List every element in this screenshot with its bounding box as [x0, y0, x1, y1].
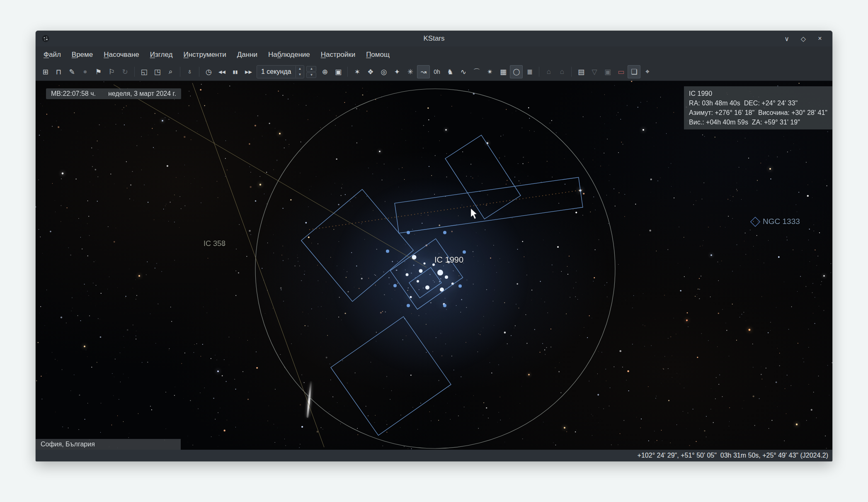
toggle-stars-icon[interactable]: ✶ — [351, 65, 364, 78]
window-controls: ∨◇× — [781, 33, 832, 44]
track-object-icon[interactable]: ⊕ — [318, 65, 331, 78]
dome-icon: ⌂ — [542, 65, 555, 78]
menu-item-инструменти[interactable]: Инструменти — [178, 48, 232, 61]
toolbar-separator — [347, 67, 348, 77]
menu-item-настройки[interactable]: Настройки — [315, 48, 361, 61]
timestep-combobox[interactable]: 1 секунда▲▼ — [257, 65, 304, 78]
filter-icon: ▽ — [588, 65, 601, 78]
maximize-window-button[interactable]: ◇ — [798, 33, 809, 44]
toggle-milky-way-icon[interactable]: ✴ — [483, 65, 496, 78]
title-bar[interactable]: KStars ∨◇× — [36, 31, 832, 46]
details-panel-icon[interactable]: ⊞ — [39, 65, 52, 78]
menu-bar: ФайлВремеНасочванеИзгледИнструментиДанни… — [36, 46, 832, 63]
unit-up-button[interactable]: ▲ — [306, 66, 316, 72]
window-title: KStars — [36, 34, 832, 43]
color-scheme-icon[interactable]: ✎ — [65, 65, 78, 78]
info-object-name: IC 1990 — [689, 89, 827, 98]
menu-item-данни[interactable]: Данни — [232, 48, 263, 61]
sky-object-label-ngc-1333[interactable]: NGC 1333 — [763, 217, 800, 226]
sky-object-label-ic-1990[interactable]: IC 1990 — [434, 255, 463, 265]
flag-alt-icon[interactable]: ⚐ — [105, 65, 118, 78]
shade-window-button[interactable]: ∨ — [781, 33, 793, 44]
lock-icon[interactable]: ⊓ — [52, 65, 65, 78]
toggle-comets-icon[interactable]: ✦ — [390, 65, 403, 78]
toolbar-separator — [134, 67, 135, 77]
menu-item-помощ[interactable]: Помощ — [361, 48, 395, 61]
app-icon — [41, 34, 50, 43]
toggle-hour-angle-icon[interactable]: 0h — [430, 65, 443, 78]
toggle-asteroids-icon[interactable]: ✳ — [404, 65, 417, 78]
object-info-box: IC 1990 RA: 03h 48m 40s DEC: +24° 24' 33… — [684, 86, 832, 129]
info-ra-dec: RA: 03h 48m 40s DEC: +24° 24' 33" — [689, 98, 827, 108]
toolbar-separator — [539, 67, 539, 77]
toolbar-separator — [180, 67, 180, 77]
find-object-icon[interactable]: ⌕ — [164, 65, 177, 78]
fits-viewer-icon: ▭ — [614, 65, 627, 78]
whats-up-tonight-icon[interactable]: ≣ — [523, 65, 536, 78]
menu-item-изглед[interactable]: Изглед — [145, 48, 178, 61]
spin-down-icon[interactable]: ▼ — [296, 72, 304, 78]
timestep-value: 1 секунда — [257, 68, 296, 76]
info-ha-za: Вис.: +04h 40m 59s ZA: +59° 31' 19" — [689, 117, 827, 127]
toggle-grid-icon[interactable]: ▦ — [497, 65, 509, 78]
location-text: София, България — [41, 441, 95, 448]
toggle-constellation-lines-icon[interactable]: ∿ — [457, 65, 470, 78]
sky-image-icon[interactable]: ▣ — [332, 65, 344, 78]
zoom-in-icon[interactable]: ◱ — [138, 65, 150, 78]
pause-icon[interactable]: ▮▮ — [229, 65, 242, 78]
menu-item-време[interactable]: Време — [66, 48, 98, 61]
center-telescope-icon[interactable]: ⌖ — [641, 65, 654, 78]
status-bar: +102° 24' 29", +51° 50' 05" 03h 31m 50s,… — [36, 450, 832, 461]
toolbar-separator — [199, 67, 199, 77]
fov-symbol-icon[interactable]: ❏ — [628, 65, 640, 78]
set-time-icon[interactable]: ◷ — [202, 65, 215, 78]
step-forward-icon[interactable]: ▶▶ — [242, 65, 255, 78]
flag-icon[interactable]: ⚑ — [92, 65, 105, 78]
time-info-chip: МВ:22:07:58 ч.неделя, 3 март 2024 г. — [46, 88, 181, 99]
toggle-planets-icon[interactable]: ◎ — [377, 65, 390, 78]
spin-up-icon[interactable]: ▲ — [296, 66, 304, 72]
local-time-text: МВ:22:07:58 ч. — [51, 90, 96, 97]
menu-item-насочване[interactable]: Насочване — [98, 48, 145, 61]
close-window-button[interactable]: × — [814, 33, 826, 44]
record-icon: ● — [79, 65, 92, 78]
zoom-out-icon[interactable]: ◳ — [151, 65, 164, 78]
status-coordinates: +102° 24' 29", +51° 50' 05" 03h 31m 50s,… — [638, 452, 828, 459]
toggle-ecliptic-icon[interactable]: ⌒ — [470, 65, 483, 78]
observation-planner-icon[interactable]: ▤ — [575, 65, 587, 78]
sky-overlay — [36, 81, 832, 450]
toggle-deep-sky-icon[interactable]: ❖ — [364, 65, 377, 78]
timestep-unit-stepper[interactable]: ▲▼ — [306, 66, 316, 78]
toggle-horizon-icon[interactable]: ◯ — [510, 65, 523, 78]
location-chip: София, България — [36, 439, 181, 450]
step-backward-icon[interactable]: ◀◀ — [216, 65, 228, 78]
sky-map[interactable]: МВ:22:07:58 ч.неделя, 3 март 2024 г. IC … — [36, 81, 832, 450]
redo-icon: ↻ — [119, 65, 131, 78]
menu-item-файл[interactable]: Файл — [38, 48, 66, 61]
date-text: неделя, 3 март 2024 г. — [108, 90, 176, 97]
toggle-satellites-icon[interactable]: ↝ — [417, 65, 430, 78]
timestep-spinners[interactable]: ▲▼ — [296, 66, 304, 78]
set-location-icon[interactable]: ♁ — [183, 65, 196, 78]
kstars-window: KStars ∨◇× ФайлВремеНасочванеИзгледИнстр… — [36, 31, 832, 461]
toolbar: ⊞⊓✎●⚑⚐↻◱◳⌕♁◷◀◀▮▮▶▶1 секунда▲▼▲▼⊕▣✶❖◎✦✳↝0… — [36, 63, 832, 81]
toolbar-separator — [571, 67, 572, 77]
sky-object-label-ic-358[interactable]: IC 358 — [204, 239, 225, 248]
toggle-constellation-art-icon[interactable]: ♞ — [444, 65, 456, 78]
observatory-icon: ⌂ — [555, 65, 568, 78]
menu-item-наблюдение[interactable]: Наблюдение — [263, 48, 315, 61]
unit-down-button[interactable]: ▼ — [306, 72, 316, 78]
camera-icon: ▣ — [601, 65, 614, 78]
info-az-alt: Азимут: +276° 16' 18" Височина: +30° 28'… — [689, 108, 827, 117]
